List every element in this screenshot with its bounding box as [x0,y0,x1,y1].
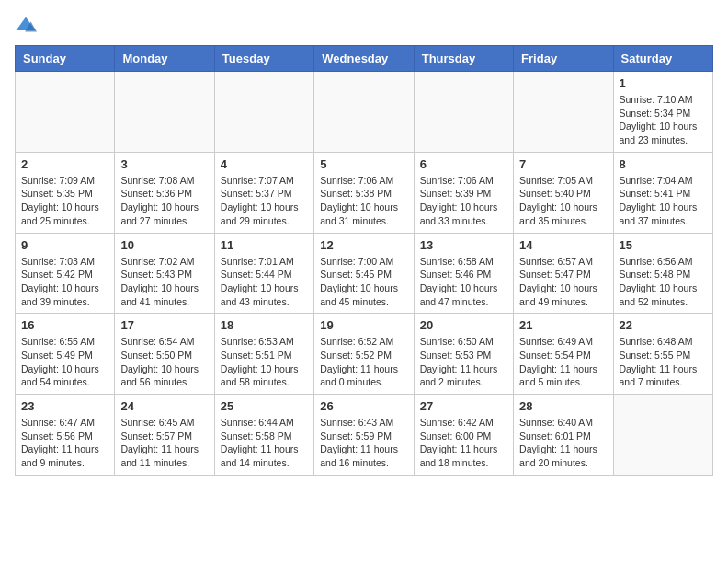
day-info: Sunrise: 7:03 AM Sunset: 5:42 PM Dayligh… [21,255,108,309]
day-number: 23 [21,399,108,413]
day-cell: 26Sunrise: 6:43 AM Sunset: 5:59 PM Dayli… [314,395,414,476]
day-info: Sunrise: 6:43 AM Sunset: 5:59 PM Dayligh… [320,416,407,470]
weekday-header-row: SundayMondayTuesdayWednesdayThursdayFrid… [16,46,713,72]
weekday-header-thursday: Thursday [414,46,513,72]
day-info: Sunrise: 6:40 AM Sunset: 6:01 PM Dayligh… [519,416,607,470]
day-cell [613,395,712,476]
day-cell: 9Sunrise: 7:03 AM Sunset: 5:42 PM Daylig… [16,233,115,314]
week-row-4: 16Sunrise: 6:55 AM Sunset: 5:49 PM Dayli… [16,314,713,395]
day-number: 16 [21,318,108,332]
day-cell: 21Sunrise: 6:49 AM Sunset: 5:54 PM Dayli… [514,314,613,395]
header [15,15,713,34]
day-cell: 7Sunrise: 7:05 AM Sunset: 5:40 PM Daylig… [514,152,613,233]
day-number: 28 [519,399,607,413]
day-cell: 11Sunrise: 7:01 AM Sunset: 5:44 PM Dayli… [214,233,313,314]
day-cell: 3Sunrise: 7:08 AM Sunset: 5:36 PM Daylig… [115,152,214,233]
day-cell: 15Sunrise: 6:56 AM Sunset: 5:48 PM Dayli… [613,233,712,314]
day-cell [414,72,513,153]
day-number: 11 [221,238,308,252]
day-cell: 25Sunrise: 6:44 AM Sunset: 5:58 PM Dayli… [214,395,313,476]
day-cell: 20Sunrise: 6:50 AM Sunset: 5:53 PM Dayli… [414,314,513,395]
day-number: 21 [519,318,607,332]
logo-icon [15,16,37,34]
day-cell: 13Sunrise: 6:58 AM Sunset: 5:46 PM Dayli… [414,233,513,314]
day-number: 18 [221,318,308,332]
logo [15,15,40,34]
day-cell: 27Sunrise: 6:42 AM Sunset: 6:00 PM Dayli… [414,395,513,476]
day-cell: 18Sunrise: 6:53 AM Sunset: 5:51 PM Dayli… [214,314,313,395]
day-info: Sunrise: 6:49 AM Sunset: 5:54 PM Dayligh… [519,335,607,389]
day-number: 3 [120,157,208,171]
day-number: 27 [420,399,507,413]
day-cell: 22Sunrise: 6:48 AM Sunset: 5:55 PM Dayli… [613,314,712,395]
weekday-header-tuesday: Tuesday [214,46,313,72]
day-cell: 28Sunrise: 6:40 AM Sunset: 6:01 PM Dayli… [514,395,613,476]
week-row-2: 2Sunrise: 7:09 AM Sunset: 5:35 PM Daylig… [16,152,713,233]
day-cell: 4Sunrise: 7:07 AM Sunset: 5:37 PM Daylig… [214,152,313,233]
day-info: Sunrise: 7:00 AM Sunset: 5:45 PM Dayligh… [320,255,407,309]
day-number: 15 [620,238,707,252]
day-cell: 14Sunrise: 6:57 AM Sunset: 5:47 PM Dayli… [514,233,613,314]
day-info: Sunrise: 7:04 AM Sunset: 5:41 PM Dayligh… [620,174,707,228]
day-cell: 5Sunrise: 7:06 AM Sunset: 5:38 PM Daylig… [314,152,414,233]
day-info: Sunrise: 7:10 AM Sunset: 5:34 PM Dayligh… [620,93,707,147]
day-info: Sunrise: 6:47 AM Sunset: 5:56 PM Dayligh… [21,416,108,470]
week-row-1: 1Sunrise: 7:10 AM Sunset: 5:34 PM Daylig… [16,72,713,153]
weekday-header-monday: Monday [115,46,214,72]
day-info: Sunrise: 7:02 AM Sunset: 5:43 PM Dayligh… [120,255,208,309]
day-cell: 24Sunrise: 6:45 AM Sunset: 5:57 PM Dayli… [115,395,214,476]
day-info: Sunrise: 6:53 AM Sunset: 5:51 PM Dayligh… [221,335,308,389]
day-info: Sunrise: 6:56 AM Sunset: 5:48 PM Dayligh… [620,255,707,309]
day-number: 22 [620,318,707,332]
day-number: 17 [120,318,208,332]
day-info: Sunrise: 6:52 AM Sunset: 5:52 PM Dayligh… [320,335,407,389]
day-cell: 23Sunrise: 6:47 AM Sunset: 5:56 PM Dayli… [16,395,115,476]
weekday-header-saturday: Saturday [613,46,712,72]
day-info: Sunrise: 6:57 AM Sunset: 5:47 PM Dayligh… [519,255,607,309]
day-cell: 1Sunrise: 7:10 AM Sunset: 5:34 PM Daylig… [613,72,712,153]
day-number: 24 [120,399,208,413]
day-number: 4 [221,157,308,171]
day-cell: 16Sunrise: 6:55 AM Sunset: 5:49 PM Dayli… [16,314,115,395]
weekday-header-wednesday: Wednesday [314,46,414,72]
calendar: SundayMondayTuesdayWednesdayThursdayFrid… [15,45,713,476]
day-number: 19 [320,318,407,332]
day-number: 2 [21,157,108,171]
day-number: 13 [420,238,507,252]
day-cell: 17Sunrise: 6:54 AM Sunset: 5:50 PM Dayli… [115,314,214,395]
day-info: Sunrise: 7:09 AM Sunset: 5:35 PM Dayligh… [21,174,108,228]
day-number: 6 [420,157,507,171]
day-cell: 10Sunrise: 7:02 AM Sunset: 5:43 PM Dayli… [115,233,214,314]
day-number: 10 [120,238,208,252]
day-number: 9 [21,238,108,252]
day-number: 25 [221,399,308,413]
day-cell: 12Sunrise: 7:00 AM Sunset: 5:45 PM Dayli… [314,233,414,314]
day-info: Sunrise: 7:05 AM Sunset: 5:40 PM Dayligh… [519,174,607,228]
day-cell [214,72,313,153]
day-info: Sunrise: 6:55 AM Sunset: 5:49 PM Dayligh… [21,335,108,389]
day-number: 7 [519,157,607,171]
day-info: Sunrise: 7:06 AM Sunset: 5:39 PM Dayligh… [420,174,507,228]
day-number: 14 [519,238,607,252]
day-info: Sunrise: 6:48 AM Sunset: 5:55 PM Dayligh… [620,335,707,389]
day-cell [314,72,414,153]
day-cell: 6Sunrise: 7:06 AM Sunset: 5:39 PM Daylig… [414,152,513,233]
day-info: Sunrise: 7:07 AM Sunset: 5:37 PM Dayligh… [221,174,308,228]
day-number: 8 [620,157,707,171]
day-cell [514,72,613,153]
day-info: Sunrise: 6:50 AM Sunset: 5:53 PM Dayligh… [420,335,507,389]
day-number: 12 [320,238,407,252]
day-number: 1 [620,76,707,90]
day-number: 5 [320,157,407,171]
day-info: Sunrise: 6:58 AM Sunset: 5:46 PM Dayligh… [420,255,507,309]
day-cell: 8Sunrise: 7:04 AM Sunset: 5:41 PM Daylig… [613,152,712,233]
weekday-header-friday: Friday [514,46,613,72]
day-info: Sunrise: 7:01 AM Sunset: 5:44 PM Dayligh… [221,255,308,309]
day-info: Sunrise: 7:06 AM Sunset: 5:38 PM Dayligh… [320,174,407,228]
weekday-header-sunday: Sunday [16,46,115,72]
day-info: Sunrise: 6:44 AM Sunset: 5:58 PM Dayligh… [221,416,308,470]
day-number: 26 [320,399,407,413]
day-cell [115,72,214,153]
day-cell: 2Sunrise: 7:09 AM Sunset: 5:35 PM Daylig… [16,152,115,233]
week-row-3: 9Sunrise: 7:03 AM Sunset: 5:42 PM Daylig… [16,233,713,314]
